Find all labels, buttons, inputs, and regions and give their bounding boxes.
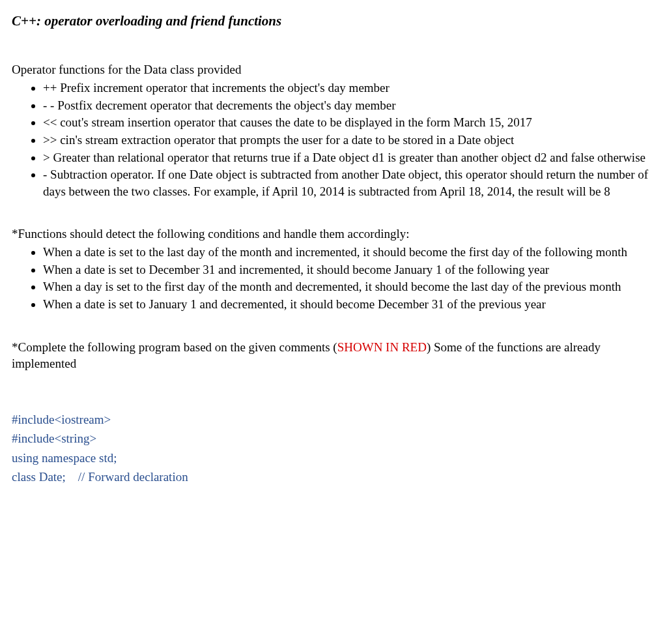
list-item: - - Postfix decrement operator that decr… <box>43 97 658 114</box>
section3-prefix: *Complete the following program based on… <box>12 340 337 354</box>
list-item: << cout's stream insertion operator that… <box>43 114 658 131</box>
section1-lead: Operator functions for the Data class pr… <box>12 61 658 78</box>
section1-list: ++ Prefix increment operator that increm… <box>12 80 658 199</box>
page-title: C++: operator overloading and friend fun… <box>12 12 658 30</box>
list-item: > Greater than relational operator that … <box>43 149 658 166</box>
code-block: #include<iostream> #include<string> usin… <box>12 410 658 487</box>
list-item: ++ Prefix increment operator that increm… <box>43 80 658 96</box>
code-line: using namespace std; <box>12 448 658 467</box>
section3-red: SHOWN IN RED <box>337 340 427 354</box>
list-item: When a date is set to the last day of th… <box>43 244 658 261</box>
code-line: #include<iostream> <box>12 410 658 429</box>
list-item: When a day is set to the first day of th… <box>43 278 658 295</box>
list-item: When a date is set to January 1 and decr… <box>43 296 658 313</box>
list-item: When a date is set to December 31 and in… <box>43 261 658 278</box>
code-line: #include<string> <box>12 429 658 448</box>
code-line: class Date; // Forward declaration <box>12 467 658 486</box>
section3-note: *Complete the following program based on… <box>12 339 658 372</box>
section2-list: When a date is set to the last day of th… <box>12 244 658 313</box>
section2-lead: *Functions should detect the following c… <box>12 226 658 242</box>
list-item: - Subtraction operator. If one Date obje… <box>43 166 658 199</box>
list-item: >> cin's stream extraction operator that… <box>43 132 658 149</box>
